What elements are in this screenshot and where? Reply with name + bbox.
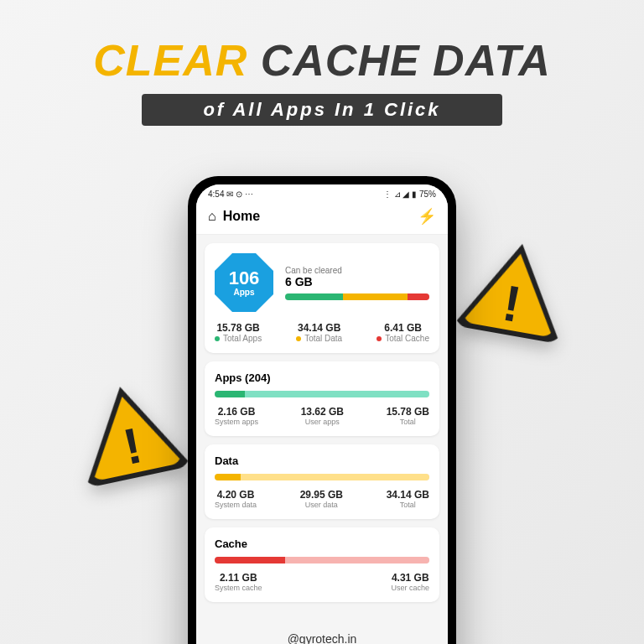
stat-col: 4.31 GBUser cache [391, 572, 429, 592]
summary-legend: 15.78 GBTotal Apps34.14 GBTotal Data6.41… [215, 322, 429, 343]
bar-segment [408, 293, 429, 300]
bar-segment [215, 557, 285, 564]
warning-icon: ! [452, 235, 576, 349]
stat-col: 13.62 GBUser apps [301, 406, 344, 426]
bar-segment [285, 557, 429, 564]
stat-col: 4.20 GBSystem data [215, 489, 257, 509]
data-card[interactable]: Data 4.20 GBSystem data29.95 GBUser data… [205, 444, 439, 519]
cache-cols: 2.11 GBSystem cache4.31 GBUser cache [215, 572, 429, 592]
headline: CLEAR CACHE DATA [0, 0, 644, 86]
apps-cols: 2.16 GBSystem apps13.62 GBUser apps15.78… [215, 406, 429, 426]
status-right-icons: ⋮ ⊿ ◢ ▮ 75% [383, 190, 436, 199]
data-bar [215, 474, 429, 480]
bar-segment [245, 391, 429, 397]
bar-segment [215, 474, 241, 480]
headline-dark: CACHE DATA [261, 36, 551, 85]
home-icon[interactable]: ⌂ [208, 209, 216, 224]
summary-card[interactable]: 106 Apps Can be cleared 6 GB 15.78 GBTot… [205, 243, 439, 353]
apps-count-label: Apps [234, 288, 255, 297]
clearable-label: Can be cleared [285, 266, 429, 275]
warning-icon: ! [66, 376, 193, 493]
stat-col: 29.95 GBUser data [300, 489, 343, 509]
clearable-value: 6 GB [285, 275, 429, 288]
apps-card[interactable]: Apps (204) 2.16 GBSystem apps13.62 GBUse… [205, 361, 439, 436]
bar-segment [241, 474, 429, 480]
page-title: Home [223, 209, 260, 224]
cache-bar [215, 557, 429, 564]
phone-frame: 4:54 ✉ ⊙ ⋯ ⋮ ⊿ ◢ ▮ 75% ⌂ Home ⚡ 106 Apps [188, 176, 456, 644]
legend-item: 15.78 GBTotal Apps [215, 322, 262, 343]
apps-count: 106 [229, 269, 260, 288]
stat-col: 2.16 GBSystem apps [215, 406, 258, 426]
cache-card[interactable]: Cache 2.11 GBSystem cache4.31 GBUser cac… [205, 527, 439, 602]
bar-segment [215, 391, 245, 397]
subtitle: of All Apps In 1 Click [142, 94, 502, 126]
stat-col: 15.78 GBTotal [387, 406, 429, 426]
data-cols: 4.20 GBSystem data29.95 GBUser data34.14… [215, 489, 429, 509]
apps-card-title: Apps (204) [215, 371, 429, 384]
bar-segment [285, 293, 343, 300]
stat-col: 34.14 GBTotal [387, 489, 429, 509]
legend-item: 34.14 GBTotal Data [296, 322, 342, 343]
legend-item: 6.41 GBTotal Cache [377, 322, 429, 343]
bolt-icon[interactable]: ⚡ [418, 207, 436, 226]
app-bar: ⌂ Home ⚡ [196, 200, 448, 235]
status-bar: 4:54 ✉ ⊙ ⋯ ⋮ ⊿ ◢ ▮ 75% [196, 184, 448, 200]
phone-screen: 4:54 ✉ ⊙ ⋯ ⋮ ⊿ ◢ ▮ 75% ⌂ Home ⚡ 106 Apps [196, 184, 448, 644]
bar-segment [343, 293, 408, 300]
summary-bar [285, 293, 429, 300]
cache-card-title: Cache [215, 538, 429, 550]
headline-yellow: CLEAR [93, 36, 247, 85]
apps-count-badge: 106 Apps [215, 253, 273, 312]
stat-col: 2.11 GBSystem cache [215, 572, 262, 592]
watermark: @gyrotech.in [196, 632, 448, 644]
status-left-icons: ✉ ⊙ ⋯ [226, 190, 253, 199]
data-card-title: Data [215, 454, 429, 467]
status-time: 4:54 [208, 190, 224, 199]
apps-bar [215, 391, 429, 397]
